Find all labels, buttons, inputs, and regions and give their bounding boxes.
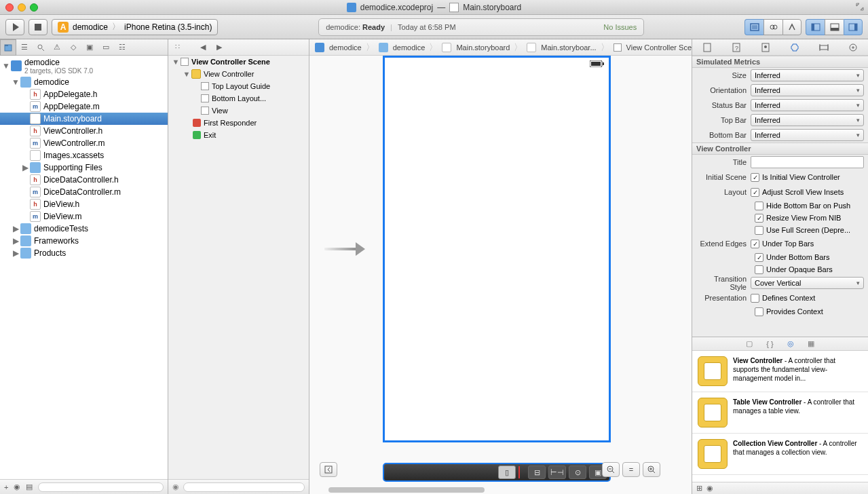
bottombar-select[interactable]: Inferred▾ <box>751 129 864 141</box>
log-navigator-tab[interactable]: ☷ <box>114 39 130 56</box>
orientation-select[interactable]: Inferred▾ <box>751 84 864 96</box>
outline-filter-icon[interactable]: ◉ <box>172 482 179 491</box>
canvas-horizontal-scrollbar[interactable] <box>323 486 660 494</box>
version-editor-button[interactable] <box>782 19 801 35</box>
library-view-mode-icon[interactable]: ⊞ <box>696 484 702 493</box>
back-button[interactable]: ◀ <box>197 41 209 54</box>
filter-scm-icon[interactable]: ▤ <box>26 482 33 491</box>
outline-filter-field[interactable] <box>183 482 305 492</box>
zoom-in-button[interactable] <box>643 462 660 477</box>
library-item[interactable]: Table View Controller - A controller tha… <box>692 392 868 434</box>
statusbar-select[interactable]: Inferred▾ <box>751 99 864 111</box>
connections-inspector-tab[interactable] <box>846 41 861 54</box>
quick-help-tab[interactable]: ? <box>729 41 744 54</box>
layout-check-3[interactable] <box>755 226 763 235</box>
storyboard-canvas[interactable]: ▯ ⊟ ⊢⊣ ⊙ ▣ = <box>309 56 692 494</box>
view-controller-canvas-item[interactable] <box>383 56 611 442</box>
jumpbar-item[interactable]: Main.storyboard <box>439 43 512 52</box>
topbar-select[interactable]: Inferred▾ <box>751 114 864 126</box>
tree-row[interactable]: hDieView.h <box>0 198 168 210</box>
find-navigator-tab[interactable] <box>33 39 49 56</box>
presentation-check-1[interactable] <box>755 307 763 316</box>
code-snippet-library-tab[interactable]: { } <box>766 340 773 348</box>
media-library-tab[interactable]: ▦ <box>808 339 814 348</box>
breakpoint-navigator-tab[interactable]: ▭ <box>98 39 114 56</box>
file-template-library-tab[interactable]: ▢ <box>746 339 753 348</box>
jumpbar-item[interactable]: demodice <box>312 43 364 52</box>
extend-check-1[interactable] <box>755 253 763 262</box>
tree-row[interactable]: mAppDelegate.m <box>0 100 168 113</box>
layout-check-2[interactable] <box>755 214 763 223</box>
forward-button[interactable]: ▶ <box>213 41 225 54</box>
jump-bar[interactable]: demodice〉demodice〉Main.storyboard〉Main.s… <box>309 39 692 56</box>
tree-row[interactable]: mViewController.m <box>0 137 168 149</box>
tree-row[interactable]: hDiceDataController.h <box>0 174 168 186</box>
disclosure-triangle[interactable]: ▶ <box>22 164 29 171</box>
zoom-fit-button[interactable]: = <box>622 462 640 477</box>
tree-row[interactable]: mDiceDataController.m <box>0 186 168 198</box>
debug-navigator-tab[interactable]: ▣ <box>81 39 98 56</box>
tree-row[interactable]: hViewController.h <box>0 125 168 137</box>
tree-row[interactable]: ▶Frameworks <box>0 235 168 247</box>
library-list[interactable]: View Controller - A controller that supp… <box>692 351 868 482</box>
scheme-selector[interactable]: A demodice 〉 iPhone Retina (3.5-inch) <box>52 19 218 35</box>
title-input[interactable] <box>751 156 864 168</box>
assistant-editor-button[interactable] <box>763 19 782 35</box>
library-item[interactable]: Collection View Controller - A controlle… <box>692 434 868 475</box>
run-button[interactable] <box>5 19 24 35</box>
show-navigator-button[interactable] <box>806 19 825 35</box>
symbol-navigator-tab[interactable]: ☰ <box>16 39 33 56</box>
extend-check-0[interactable] <box>751 240 759 248</box>
tree-row[interactable]: ▶demodiceTests <box>0 223 168 235</box>
library-filter-icon[interactable]: ◉ <box>706 484 713 493</box>
extend-check-2[interactable] <box>755 265 763 274</box>
tree-row[interactable]: Images.xcassets <box>0 149 168 162</box>
layout-check-0[interactable] <box>751 188 759 197</box>
related-items-button[interactable]: ∷ <box>171 41 183 54</box>
presentation-check-0[interactable] <box>751 294 759 303</box>
identity-inspector-tab[interactable] <box>758 41 773 54</box>
disclosure-triangle[interactable]: ▶ <box>12 250 19 256</box>
show-utilities-button[interactable] <box>844 19 863 35</box>
fullscreen-icon[interactable] <box>856 3 864 11</box>
form-factor-button[interactable]: ▯ <box>498 466 516 479</box>
library-item[interactable]: View Controller - A controller that supp… <box>692 351 868 392</box>
resolve-issues-button[interactable]: ⊙ <box>569 466 586 479</box>
tree-row[interactable]: hAppDelegate.h <box>0 88 168 100</box>
disclosure-triangle[interactable]: ▶ <box>12 238 19 244</box>
object-library-tab[interactable]: ◎ <box>787 339 794 348</box>
tree-row[interactable]: Main.storyboard <box>0 113 168 125</box>
tree-row[interactable]: ▼demodice2 targets, iOS SDK 7.0 <box>0 56 168 76</box>
pin-button[interactable]: ⊢⊣ <box>548 466 566 479</box>
initial-scene-checkbox[interactable] <box>751 173 759 182</box>
jumpbar-item[interactable]: View Controller Scene <box>611 43 692 52</box>
show-debug-button[interactable] <box>825 19 844 35</box>
jumpbar-item[interactable]: Main.storyboar... <box>524 43 599 52</box>
tree-row[interactable]: ▶Supporting Files <box>0 162 168 174</box>
size-select[interactable]: Inferred▾ <box>751 69 864 81</box>
tree-row[interactable]: ▶Products <box>0 247 168 259</box>
issue-navigator-tab[interactable]: ⚠ <box>49 39 65 56</box>
jumpbar-item[interactable]: demodice <box>376 43 428 52</box>
transition-select[interactable]: Cover Vertical▾ <box>751 277 864 289</box>
layout-check-1[interactable] <box>755 202 763 210</box>
zoom-out-button[interactable] <box>602 462 620 477</box>
tree-row[interactable]: mDieView.m <box>0 210 168 223</box>
standard-editor-button[interactable] <box>744 19 763 35</box>
outline-tree[interactable]: ▼View Controller Scene ▼View Controller … <box>168 56 309 479</box>
test-navigator-tab[interactable]: ◇ <box>65 39 81 56</box>
filter-field[interactable] <box>38 482 164 492</box>
filter-recent-icon[interactable]: ◉ <box>14 482 20 491</box>
tree-row[interactable]: ▼demodice <box>0 76 168 88</box>
size-inspector-tab[interactable] <box>816 41 831 54</box>
add-button[interactable]: + <box>4 483 8 491</box>
attributes-inspector-tab[interactable] <box>787 41 802 54</box>
project-tree[interactable]: ▼demodice2 targets, iOS SDK 7.0▼demodice… <box>0 56 168 479</box>
disclosure-triangle[interactable]: ▶ <box>12 225 19 232</box>
stop-button[interactable] <box>29 19 48 35</box>
disclosure-triangle[interactable]: ▼ <box>12 79 19 86</box>
disclosure-triangle[interactable]: ▼ <box>3 62 10 69</box>
project-navigator-tab[interactable] <box>0 39 16 56</box>
align-button[interactable]: ⊟ <box>528 466 546 479</box>
toggle-outline-button[interactable] <box>320 462 337 477</box>
